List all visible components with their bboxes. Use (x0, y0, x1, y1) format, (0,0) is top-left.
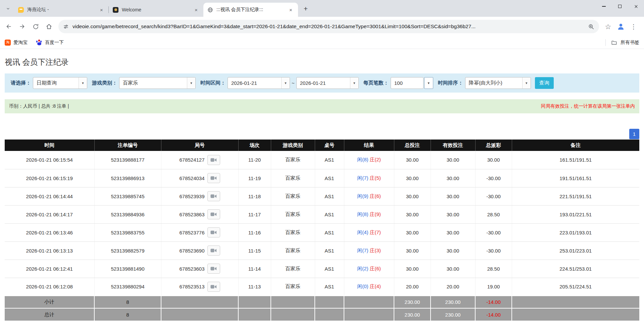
grand-total-row: 总计 8 230.00 230.00 -14.00 (5, 308, 639, 321)
per-page-dropdown-button[interactable]: ▼ (424, 77, 433, 89)
cell-game-type: 百家乐 (271, 223, 315, 241)
table-row: 2026-01-21 06:12:41 523139881490 6785236… (5, 260, 639, 278)
replay-video-button[interactable] (207, 155, 220, 165)
cell-result: 闲(4)庄(7) (344, 223, 394, 241)
maximize-button[interactable] (612, 0, 628, 13)
browser-menu-button[interactable]: ⋮ (627, 20, 640, 33)
empty-cell (161, 308, 238, 321)
bookmark-label: 百度一下 (45, 40, 64, 46)
cell-valid-bet: 20.00 (431, 278, 475, 296)
tab-welcome[interactable]: Welcome × (109, 3, 203, 17)
replay-video-button[interactable] (207, 173, 220, 183)
empty-cell (238, 296, 271, 308)
replay-video-button[interactable] (207, 209, 220, 219)
cell-session: 11-13 (238, 278, 271, 296)
result-player: 闲(0) (357, 283, 368, 289)
all-bookmarks[interactable]: 所有书签 (605, 39, 639, 46)
cell-total-bet[interactable]: 20.00 (394, 278, 431, 296)
search-button[interactable]: 查询 (535, 77, 554, 89)
round-number: 678523776 (179, 230, 204, 235)
round-number: 678523690 (179, 248, 204, 254)
round-number: 678523939 (179, 194, 204, 199)
cell-total-bet[interactable]: 30.00 (394, 151, 431, 169)
cell-valid-bet: 30.00 (431, 260, 475, 278)
round-number: 678524034 (179, 175, 204, 181)
cell-result: 闲(0)庄(4) (344, 278, 394, 296)
replay-video-button[interactable] (207, 264, 220, 274)
replay-video-button[interactable] (207, 191, 220, 201)
tab-haiyan-forum[interactable]: 海燕论坛 - × (14, 3, 109, 17)
result-player: 闲(2) (357, 266, 368, 271)
sort-label: 时间排序： (438, 80, 463, 86)
replay-video-button[interactable] (207, 245, 220, 256)
cell-total-bet[interactable]: 30.00 (394, 241, 431, 260)
date-start-select[interactable]: 2026-01-21 ▼ (228, 77, 290, 89)
home-button[interactable] (42, 20, 56, 33)
bookmark-this-tab-button[interactable]: ☆ (602, 20, 614, 33)
cell-total-bet[interactable]: 30.00 (394, 223, 431, 241)
cell-bet-id: 523139880294 (94, 278, 161, 296)
tab-close-icon[interactable]: × (288, 7, 294, 13)
cell-total-bet[interactable]: 30.00 (394, 187, 431, 205)
column-header: 总投注 (394, 140, 431, 151)
date-end-select[interactable]: 2026-01-21 ▼ (296, 77, 359, 89)
currency-summary-text: 币别：人民币 | 总共 :8 注单 | (9, 103, 69, 109)
profile-avatar[interactable] (614, 20, 627, 33)
empty-cell (344, 296, 394, 308)
round-number: 678524127 (179, 157, 204, 163)
page-1-button[interactable]: 1 (629, 129, 639, 139)
query-type-value: 日期查询 (33, 80, 79, 86)
query-type-select[interactable]: 日期查询 ▼ (33, 77, 87, 89)
new-tab-button[interactable]: + (301, 4, 311, 14)
cell-round: 678523603 (161, 260, 238, 278)
cell-total-bet[interactable]: 30.00 (394, 169, 431, 187)
address-bar[interactable]: videoie.com/game/betrecord_search/kind3?… (58, 20, 599, 33)
date-range-label: 时间区间： (200, 80, 226, 86)
cell-session: 11-17 (238, 205, 271, 223)
column-header: 有效投注 (431, 140, 475, 151)
cell-total-bet[interactable]: 30.00 (394, 205, 431, 223)
cell-session: 11-15 (238, 241, 271, 260)
cell-payout: 30.00 (475, 151, 512, 169)
column-header: 时间 (5, 140, 94, 151)
tab-close-icon[interactable]: × (193, 7, 199, 13)
tab-close-icon[interactable]: × (98, 7, 105, 13)
welcome-favicon-icon (113, 7, 118, 13)
records-tbody: 2026-01-21 06:15:54 523139888177 6785241… (5, 151, 639, 296)
sort-select[interactable]: 降幂(由大到小) ▼ (465, 77, 531, 89)
zoom-icon[interactable] (588, 23, 594, 30)
round-number: 678523603 (179, 266, 204, 272)
cell-game-type: 百家乐 (271, 187, 315, 205)
close-window-button[interactable] (628, 0, 644, 13)
round-number: 678523513 (179, 284, 204, 289)
cell-bet-id: 523139883755 (94, 223, 161, 241)
forward-button[interactable] (15, 20, 29, 33)
cell-round: 678523513 (161, 278, 238, 296)
back-button[interactable] (2, 20, 15, 33)
site-settings-icon[interactable] (63, 24, 69, 30)
bookmark-taobao[interactable]: 淘 爱淘宝 (5, 40, 28, 46)
cell-session: 11-20 (238, 151, 271, 169)
game-type-select[interactable]: 百家乐 ▼ (119, 77, 196, 89)
empty-cell (271, 308, 315, 321)
minimize-button[interactable] (596, 0, 612, 13)
cell-result: 闲(8)庄(2) (344, 151, 394, 169)
bookmarks-bar: 淘 爱淘宝 百度一下 所有书签 (0, 36, 644, 49)
cell-note: 191.51/161.51 (512, 169, 639, 187)
replay-video-button[interactable] (207, 282, 220, 292)
cell-payout: 28.50 (475, 205, 512, 223)
tab-search-button[interactable] (3, 4, 13, 13)
cell-total-bet[interactable]: 30.00 (394, 260, 431, 278)
cell-note: 223.01/193.01 (512, 223, 639, 241)
subtotal-total-bet: 230.00 (394, 296, 431, 308)
result-banker: 庄(6) (370, 193, 381, 199)
result-player: 闲(8) (357, 157, 368, 162)
bookmark-baidu[interactable]: 百度一下 (36, 40, 64, 46)
refresh-button[interactable] (29, 20, 42, 33)
tab-betrecord-active[interactable]: :::视讯 会员下注纪录::: × (203, 3, 298, 17)
replay-video-button[interactable] (207, 227, 220, 237)
per-page-input[interactable] (391, 77, 424, 89)
result-banker: 庄(3) (370, 248, 381, 253)
cell-table-id: AS1 (315, 205, 344, 223)
cell-session: 11-14 (238, 260, 271, 278)
